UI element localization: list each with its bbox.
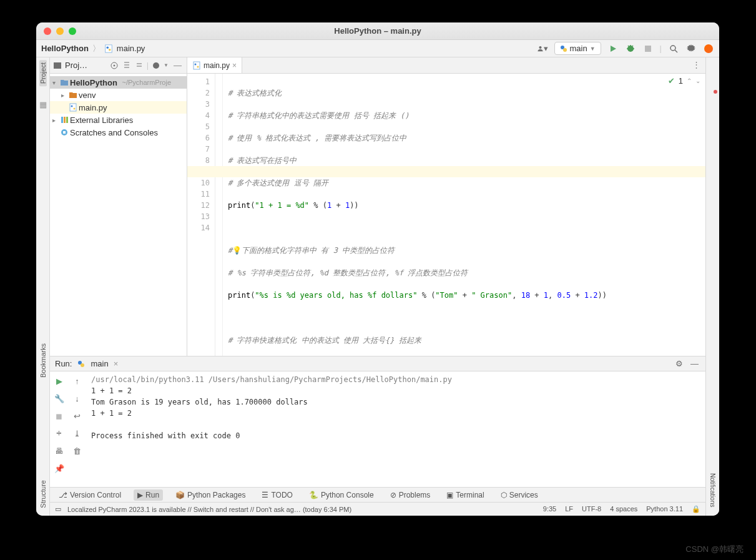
close-icon[interactable]: × [114,359,119,368]
up-icon[interactable]: ↑ [71,374,84,388]
minimize-icon[interactable]: — [690,359,700,369]
expand-all-icon[interactable] [122,61,132,71]
check-icon: ✔ [668,76,675,86]
project-panel: Proj… | ▼ — ▾ HelloPython [50,57,187,356]
tab-todo[interactable]: ☰TODO [258,489,296,501]
svg-point-25 [197,66,199,67]
navigation-bar: HelloPython 〉 main.py ▾ main ▼ | [36,40,719,57]
tab-services[interactable]: ⬡Services [497,489,542,501]
code-content[interactable]: # 表达式格式化 # 字符串格式化中的表达式需要使用 括号 括起来 () # 使… [223,74,705,356]
svg-rect-10 [54,62,61,69]
tree-project-root[interactable]: ▾ HelloPython ~/PycharmProje [50,76,187,89]
rerun-button[interactable]: ▶ [52,374,66,388]
scroll-icon[interactable]: ⤓ [71,426,84,440]
python-file-icon [192,61,201,70]
user-icon[interactable]: ▾ [537,43,548,54]
toggle-tool-window-icon[interactable]: ▭ [55,505,61,513]
editor: main.py × ⋮ 1234567891011121314 # 表达式格式化… [187,57,705,356]
folder-icon [69,91,77,99]
next-highlight-icon[interactable]: ⌄ [695,77,700,84]
sidebar-tab-notifications[interactable]: Notifications [709,471,716,509]
sidebar-tab-structure[interactable]: Structure [39,478,47,511]
fold-column [215,74,223,356]
down-icon[interactable]: ↓ [71,391,84,405]
sidebar-tab-bookmarks[interactable]: Bookmarks [39,341,47,380]
breadcrumb-file[interactable]: main.py [117,44,145,53]
svg-point-24 [195,63,197,65]
python-icon [77,360,86,368]
gear-icon[interactable] [151,61,161,71]
target-icon[interactable] [109,61,119,71]
pin-icon[interactable]: 📌 [52,461,66,475]
tree-venv[interactable]: ▸ venv [50,89,187,101]
cursor-position[interactable]: 9:35 [543,505,556,513]
python-interpreter[interactable]: Python 3.11 [646,505,683,513]
jetbrains-icon[interactable] [703,43,714,54]
search-icon[interactable] [668,43,679,54]
console-output[interactable]: /usr/local/bin/python3.11 /Users/hanshul… [86,371,705,487]
tree-root-label: HelloPython [70,78,117,87]
more-icon[interactable]: ⋮ [687,57,705,73]
tree-scratches[interactable]: Scratches and Consoles [50,126,187,139]
close-icon[interactable]: × [232,61,237,70]
indent-info[interactable]: 4 spaces [610,505,637,513]
wrench-icon[interactable]: 🔧 [52,391,66,405]
bulb-icon[interactable]: 💡 [232,246,242,255]
project-panel-header: Proj… | ▼ — [50,57,187,74]
project-tree: ▾ HelloPython ~/PycharmProje ▸ venv [50,74,187,141]
debug-button[interactable] [625,43,636,54]
svg-rect-0 [106,44,112,52]
run-toolbar: ▶ 🔧 ◼ ⫩ 🖶 📌 ↑ ↓ ↩ ⤓ 🗑 [50,371,86,487]
settings-icon[interactable] [685,43,697,54]
tab-python-console[interactable]: 🐍Python Console [305,489,378,501]
gear-icon[interactable]: ⚙ [675,359,685,369]
svg-point-2 [109,49,111,51]
inspection-widget[interactable]: ✔ 1 ⌃ ⌄ [668,76,700,86]
svg-rect-7 [645,46,651,52]
folder-icon [60,78,69,87]
status-message[interactable]: Localized PyCharm 2023.1 is available //… [67,506,351,513]
tree-main-file[interactable]: main.py [50,101,187,114]
line-separator[interactable]: LF [565,505,573,513]
breadcrumb-project[interactable]: HelloPython [41,44,89,53]
tab-run[interactable]: ▶Run [134,489,163,501]
run-panel-header: Run: main × ⚙ — [50,356,705,371]
svg-rect-23 [194,62,200,69]
tab-terminal[interactable]: ▣Terminal [443,489,488,501]
svg-rect-20 [66,117,68,123]
svg-point-1 [106,46,109,49]
folder-icon[interactable]: ▦ [37,99,49,110]
python-icon [560,45,567,52]
tab-problems[interactable]: ⊘Problems [386,489,434,501]
tab-version-control[interactable]: ⎇Version Control [55,489,125,501]
left-tool-strip: Project ▦ Bookmarks Structure [36,57,50,516]
chevron-down-icon[interactable]: ▼ [164,62,169,68]
prev-highlight-icon[interactable]: ⌃ [687,77,692,84]
run-configuration[interactable]: main ▼ [554,42,601,55]
notification-dot-icon [714,90,717,94]
tab-python-packages[interactable]: 📦Python Packages [172,489,249,501]
layout-icon[interactable]: ⫩ [52,426,66,440]
tree-root-path: ~/PycharmProje [122,79,171,86]
tree-ext-libraries[interactable]: ▸ External Libraries [50,114,187,126]
code-area[interactable]: 1234567891011121314 # 表达式格式化 # 字符串格式化中的表… [187,74,705,356]
lock-icon[interactable]: 🔒 [692,505,700,513]
minimize-icon[interactable]: — [171,61,184,70]
clear-icon[interactable]: 🗑 [71,444,84,458]
run-button[interactable] [607,43,619,54]
sidebar-tab-project[interactable]: Project [39,60,47,86]
wrap-icon[interactable]: ↩ [71,409,84,423]
file-encoding[interactable]: UTF-8 [582,505,601,513]
collapse-all-icon[interactable] [134,61,144,71]
svg-point-14 [153,62,159,69]
tree-venv-label: venv [79,91,96,100]
chevron-right-icon: ▸ [52,117,59,124]
editor-tab-main[interactable]: main.py × [187,57,242,73]
status-bar: ▭ Localized PyCharm 2023.1 is available … [50,502,705,516]
project-icon [52,61,62,71]
stop-button [642,43,654,54]
svg-point-17 [74,108,76,110]
todo-icon: ☰ [262,491,268,499]
run-tab-name[interactable]: main [91,359,108,368]
print-icon[interactable]: 🖶 [52,444,66,458]
